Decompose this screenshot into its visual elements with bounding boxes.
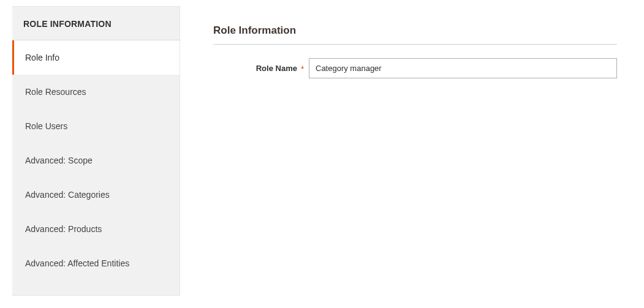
role-name-label: Role Name xyxy=(256,64,297,73)
required-asterisk-icon: * xyxy=(301,64,304,73)
sidebar-item-role-users[interactable]: Role Users xyxy=(12,109,180,143)
sidebar-item-label: Role Resources xyxy=(25,87,86,97)
sidebar-item-advanced-categories[interactable]: Advanced: Categories xyxy=(12,178,180,212)
sidebar-item-label: Advanced: Products xyxy=(25,224,102,234)
sidebar-item-label: Advanced: Categories xyxy=(25,190,110,200)
sidebar-items: Role Info Role Resources Role Users Adva… xyxy=(12,40,180,280)
role-name-input[interactable] xyxy=(309,58,617,78)
sidebar-header: ROLE INFORMATION xyxy=(12,7,180,40)
sidebar-item-role-resources[interactable]: Role Resources xyxy=(12,75,180,109)
main-content: Role Information Role Name * xyxy=(180,6,632,296)
form-label-wrap: Role Name * xyxy=(213,64,309,73)
sidebar-item-label: Role Users xyxy=(25,121,67,131)
sidebar-title: ROLE INFORMATION xyxy=(23,19,169,29)
sidebar-item-label: Role Info xyxy=(25,53,59,62)
section-title: Role Information xyxy=(213,24,617,45)
sidebar-item-advanced-products[interactable]: Advanced: Products xyxy=(12,212,180,246)
sidebar-item-advanced-scope[interactable]: Advanced: Scope xyxy=(12,143,180,178)
sidebar-item-advanced-affected-entities[interactable]: Advanced: Affected Entities xyxy=(12,246,180,280)
sidebar-item-label: Advanced: Affected Entities xyxy=(25,258,129,268)
sidebar-item-label: Advanced: Scope xyxy=(25,156,93,165)
sidebar-item-role-info[interactable]: Role Info xyxy=(12,40,180,75)
form-row-role-name: Role Name * xyxy=(213,58,617,78)
sidebar: ROLE INFORMATION Role Info Role Resource… xyxy=(12,6,180,296)
